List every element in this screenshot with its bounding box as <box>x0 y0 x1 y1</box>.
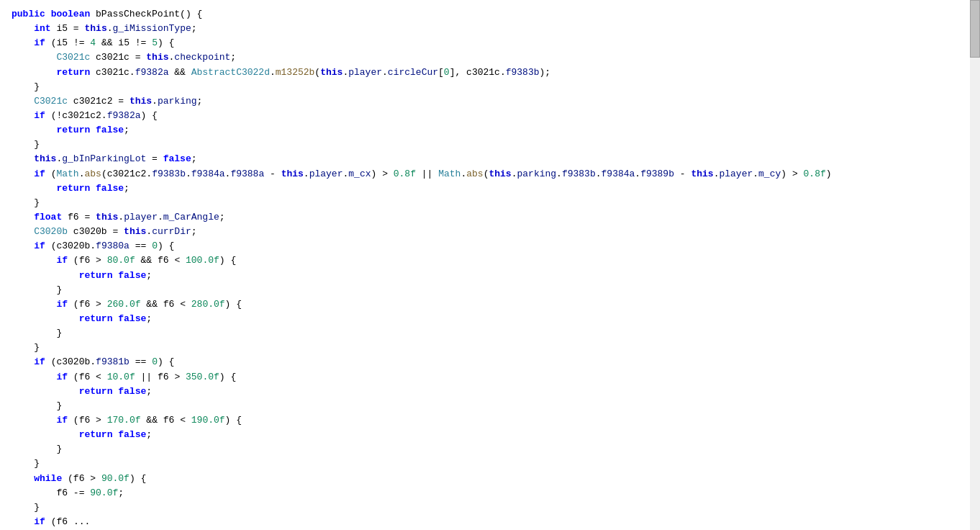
code-line-16: C3020b c3020b = this.currDir; <box>0 225 980 239</box>
code-line-5: return c3021c.f9382a && AbstractC3022d.m… <box>0 66 980 80</box>
code-line-18: if (f6 > 80.0f && f6 < 100.0f) { <box>0 253 980 268</box>
code-line-1: public boolean bPassCheckPoint() { <box>0 7 980 22</box>
code-line-23: } <box>0 326 980 341</box>
code-line-3: if (i5 != 4 && i5 != 5) { <box>0 36 980 50</box>
code-line-34: f6 -= 90.0f; <box>0 486 980 500</box>
code-editor: public boolean bPassCheckPoint() { int i… <box>0 0 980 530</box>
code-line-36: if (f6 ... <box>0 515 980 529</box>
code-line-2: int i5 = this.g_iMissionType; <box>0 22 980 36</box>
code-line-24: } <box>0 341 980 355</box>
code-line-4: C3021c c3021c = this.checkpoint; <box>0 50 980 65</box>
code-line-9: return false; <box>0 123 980 138</box>
code-line-8: if (!c3021c2.f9382a) { <box>0 109 980 123</box>
code-line-28: } <box>0 399 980 413</box>
code-line-21: if (f6 > 260.0f && f6 < 280.0f) { <box>0 297 980 312</box>
code-line-12: if (Math.abs(c3021c2.f9383b.f9384a.f9388… <box>0 167 980 181</box>
code-line-15: float f6 = this.player.m_CarAngle; <box>0 210 980 225</box>
code-line-17: if (c3020b.f9380a == 0) { <box>0 239 980 253</box>
code-line-29: if (f6 > 170.0f && f6 < 190.0f) { <box>0 413 980 428</box>
scrollbar-thumb[interactable] <box>970 0 980 58</box>
code-line-30: return false; <box>0 428 980 442</box>
code-line-22: return false; <box>0 312 980 326</box>
code-line-13: return false; <box>0 181 980 196</box>
code-line-33: while (f6 > 90.0f) { <box>0 472 980 486</box>
code-line-14: } <box>0 196 980 210</box>
code-line-20: } <box>0 283 980 297</box>
code-line-11: this.g_bInParkingLot = false; <box>0 152 980 166</box>
code-line-6: } <box>0 80 980 94</box>
code-line-31: } <box>0 442 980 457</box>
code-line-25: if (c3020b.f9381b == 0) { <box>0 355 980 369</box>
code-line-35: } <box>0 500 980 515</box>
code-line-10: } <box>0 138 980 152</box>
code-line-26: if (f6 < 10.0f || f6 > 350.0f) { <box>0 370 980 385</box>
code-line-7: C3021c c3021c2 = this.parking; <box>0 94 980 109</box>
code-line-19: return false; <box>0 269 980 283</box>
code-line-27: return false; <box>0 385 980 399</box>
code-line-32: } <box>0 457 980 471</box>
scrollbar-track[interactable] <box>970 0 980 530</box>
